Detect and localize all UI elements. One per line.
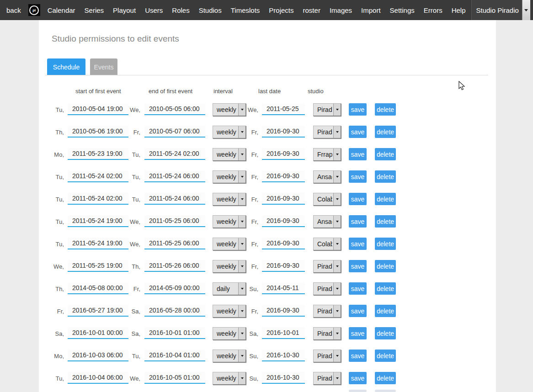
studio-select-control[interactable]: Ansage [314,216,341,228]
studio-select-control[interactable]: Frrapo [314,148,341,160]
last-date-input[interactable] [262,148,305,160]
last-date-input[interactable] [262,260,305,272]
end-of-event-input[interactable] [144,126,205,138]
delete-button[interactable]: delete [375,215,396,228]
delete-button[interactable]: delete [375,238,396,250]
last-date-input[interactable] [262,305,305,317]
studio-select[interactable]: Piradio [313,372,341,385]
nav-item-settings[interactable]: Settings [385,0,419,20]
save-button[interactable]: save [349,282,367,295]
delete-button[interactable]: delete [375,260,396,272]
start-of-event-input[interactable] [68,238,128,249]
save-button[interactable]: save [349,238,367,250]
last-date-input[interactable] [262,193,305,205]
end-of-event-input[interactable] [144,372,205,384]
end-of-event-input[interactable] [144,215,205,227]
save-button[interactable]: save [349,126,367,138]
studio-select-control[interactable]: Piradio [314,372,341,384]
last-date-input[interactable] [262,327,305,339]
studio-select-control[interactable]: Piradio [314,283,341,295]
end-of-event-input[interactable] [144,103,205,115]
save-button[interactable]: save [349,170,367,183]
delete-button[interactable]: delete [375,126,396,138]
end-of-event-input[interactable] [144,327,205,339]
start-of-event-input[interactable] [68,193,128,205]
studio-select[interactable]: Ansage [313,170,341,183]
last-date-input[interactable] [262,170,305,182]
studio-select[interactable]: Piradio [313,282,341,295]
studio-select[interactable]: Piradio [313,103,341,116]
studio-select[interactable]: Colabo [313,193,341,206]
delete-button[interactable]: delete [375,282,396,295]
studio-select[interactable]: Frrapo [313,148,341,161]
delete-button[interactable]: delete [375,148,396,160]
delete-button[interactable]: delete [375,372,396,384]
nav-item-back[interactable]: back [0,0,26,20]
studio-select-control[interactable]: Colabo [314,193,341,205]
start-of-event-input[interactable] [68,327,128,339]
save-button[interactable]: save [349,193,367,205]
nav-item-help[interactable]: Help [447,0,470,20]
studio-select-control[interactable]: Ansage [314,171,341,183]
save-button[interactable]: save [349,215,367,228]
piradio-logo-icon[interactable]: pi [28,4,40,16]
delete-button[interactable]: delete [375,170,396,183]
start-of-event-input[interactable] [68,350,128,361]
studio-dropdown[interactable]: Studio Piradio [471,0,530,20]
studio-select[interactable]: Ansage [313,215,341,228]
studio-select[interactable]: Piradio [313,305,341,318]
start-of-event-input[interactable] [68,260,128,272]
save-button[interactable]: save [349,103,367,116]
last-date-input[interactable] [262,282,305,294]
last-date-input[interactable] [262,238,305,249]
delete-button[interactable]: delete [375,305,396,317]
start-of-event-input[interactable] [68,148,128,160]
delete-button[interactable]: delete [375,193,396,205]
nav-item-calendar[interactable]: Calendar [43,0,80,20]
end-of-event-input[interactable] [144,238,205,249]
nav-item-roles[interactable]: Roles [167,0,194,20]
save-button[interactable]: save [349,260,367,272]
nav-item-projects[interactable]: Projects [264,0,298,20]
start-of-event-input[interactable] [68,282,128,294]
save-button[interactable]: save [349,350,367,362]
save-button[interactable]: save [349,372,367,384]
studio-select-control[interactable]: Piradio [314,305,341,317]
start-of-event-input[interactable] [68,372,128,384]
studio-select-control[interactable]: Piradio [314,328,341,339]
end-of-event-input[interactable] [144,193,205,205]
start-of-event-input[interactable] [68,305,128,317]
chevron-down-icon[interactable] [522,0,530,20]
nav-item-timeslots[interactable]: Timeslots [226,0,265,20]
studio-select[interactable]: Piradio [313,327,341,340]
nav-item-roster[interactable]: roster [298,0,325,20]
studio-select[interactable]: Piradio [313,350,341,362]
last-date-input[interactable] [262,350,305,361]
delete-button[interactable]: delete [375,350,396,362]
nav-item-import[interactable]: Import [357,0,385,20]
nav-item-users[interactable]: Users [140,0,167,20]
end-of-event-input[interactable] [144,170,205,182]
last-date-input[interactable] [262,215,305,227]
studio-select-control[interactable]: Colabo [314,238,341,250]
delete-button[interactable]: delete [375,327,396,339]
end-of-event-input[interactable] [144,148,205,160]
studio-select[interactable]: Piradio [313,260,341,273]
tab-schedule[interactable]: Schedule [47,58,85,75]
delete-button[interactable]: delete [375,103,396,116]
nav-item-images[interactable]: Images [325,0,357,20]
start-of-event-input[interactable] [68,215,128,227]
end-of-event-input[interactable] [144,282,205,294]
studio-select-control[interactable]: Piradio [314,104,341,116]
last-date-input[interactable] [262,372,305,384]
start-of-event-input[interactable] [68,126,128,138]
last-date-input[interactable] [262,126,305,138]
save-button[interactable]: save [349,148,367,160]
studio-select-control[interactable]: Piradio [314,260,341,272]
studio-select[interactable]: Piradio [313,126,341,138]
end-of-event-input[interactable] [144,260,205,272]
studio-select-control[interactable]: Piradio [314,350,341,362]
studio-select[interactable]: Colabo [313,238,341,250]
start-of-event-input[interactable] [68,170,128,182]
save-button[interactable]: save [349,305,367,317]
